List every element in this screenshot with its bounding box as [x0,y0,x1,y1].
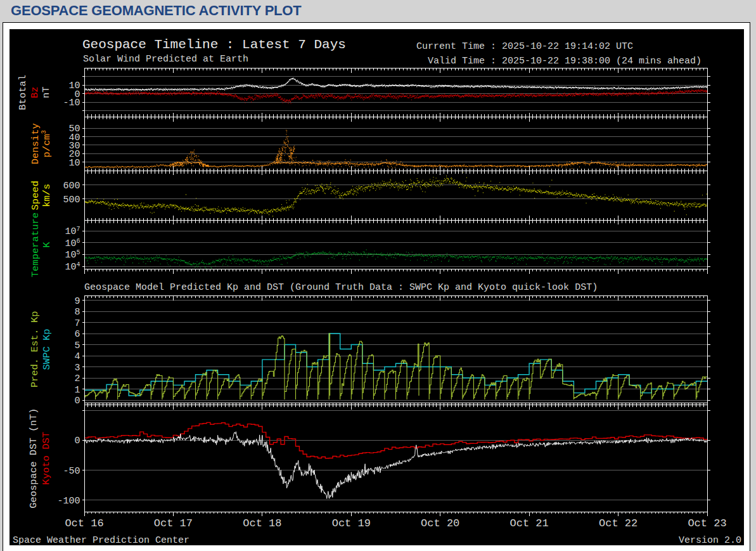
svg-text:Geospace Model Predicted Kp an: Geospace Model Predicted Kp and DST (Gro… [84,282,598,293]
svg-text:Oct 22: Oct 22 [599,517,637,529]
svg-text:Oct 19: Oct 19 [332,517,371,529]
svg-text:Pred. Est. Kp: Pred. Est. Kp [29,311,41,387]
svg-text:0: 0 [74,396,80,406]
svg-text:Geospace DST (nT): Geospace DST (nT) [28,408,39,509]
svg-text:Oct 23: Oct 23 [688,517,726,529]
svg-text:5: 5 [74,340,80,351]
svg-text:Valid Time : 2025-10-22 19:38:: Valid Time : 2025-10-22 19:38:00 (24 min… [428,56,702,67]
svg-text:Oct 21: Oct 21 [509,517,548,529]
svg-text:Space Weather Prediction Cente: Space Weather Prediction Center [13,535,189,545]
svg-text:1: 1 [74,385,80,396]
svg-text:Kyoto DST: Kyoto DST [41,432,52,485]
svg-text:Bz: Bz [29,86,41,98]
svg-text:Btotal: Btotal [17,75,29,110]
svg-text:-50: -50 [63,466,80,477]
svg-text:9: 9 [74,296,80,307]
svg-text:2: 2 [74,373,80,384]
svg-text:4: 4 [74,351,80,362]
svg-text:Solar Wind Predicted at Earth: Solar Wind Predicted at Earth [83,54,248,65]
svg-text:Speed: Speed [30,181,41,211]
svg-text:Oct 18: Oct 18 [243,517,281,529]
svg-text:3: 3 [74,363,80,373]
svg-text:Oct 16: Oct 16 [65,517,103,529]
svg-text:Oct 17: Oct 17 [154,517,193,529]
svg-text:Density: Density [30,123,41,164]
svg-text:500: 500 [63,195,80,205]
svg-text:-10: -10 [63,98,80,108]
svg-text:Oct 20: Oct 20 [421,517,459,529]
svg-text:K: K [41,242,53,248]
svg-text:6: 6 [74,329,80,340]
svg-text:-100: -100 [57,496,80,507]
svg-text:7: 7 [74,318,80,329]
svg-text:600: 600 [63,181,80,191]
svg-text:Geospace Timeline : Latest 7 D: Geospace Timeline : Latest 7 Days [82,37,346,52]
svg-text:nT: nT [41,86,52,98]
svg-text:0: 0 [74,436,80,446]
svg-text:Temperature: Temperature [30,212,41,277]
svg-text:Version 2.0: Version 2.0 [679,535,741,545]
svg-text:p/cm3: p/cm3 [41,130,53,157]
svg-text:10: 10 [68,158,80,169]
svg-text:8: 8 [74,307,80,318]
svg-text:Current Time : 2025-10-22 19:1: Current Time : 2025-10-22 19:14:02 UTC [416,41,633,52]
svg-text:SWPC Kp: SWPC Kp [41,328,53,370]
svg-text:km/s: km/s [41,184,53,207]
